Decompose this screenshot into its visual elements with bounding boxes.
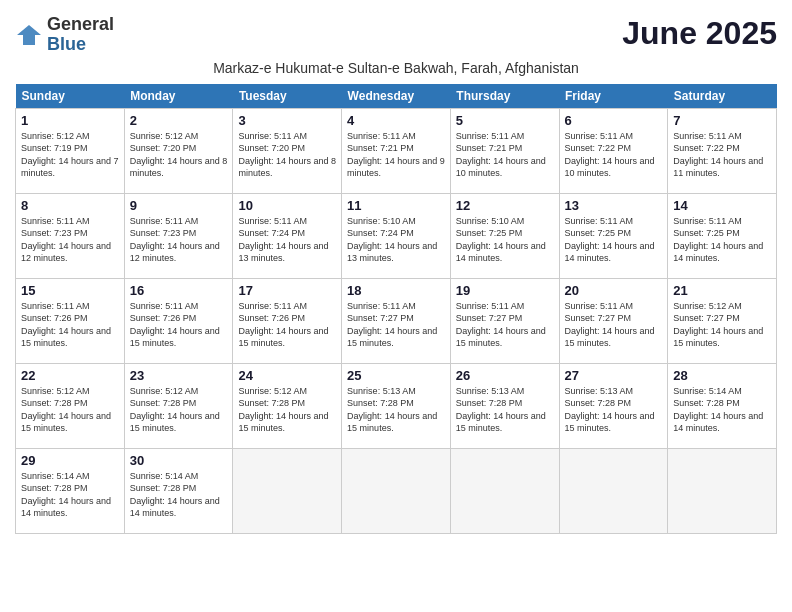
day-number: 19 xyxy=(456,283,554,298)
table-row: 20Sunrise: 5:11 AMSunset: 7:27 PMDayligh… xyxy=(559,278,668,363)
day-info: Sunrise: 5:11 AMSunset: 7:27 PMDaylight:… xyxy=(347,300,445,350)
day-info: Sunrise: 5:13 AMSunset: 7:28 PMDaylight:… xyxy=(456,385,554,435)
day-info: Sunrise: 5:11 AMSunset: 7:22 PMDaylight:… xyxy=(565,130,663,180)
table-row xyxy=(559,448,668,533)
day-info: Sunrise: 5:12 AMSunset: 7:19 PMDaylight:… xyxy=(21,130,119,180)
table-row: 2Sunrise: 5:12 AMSunset: 7:20 PMDaylight… xyxy=(124,108,233,193)
day-info: Sunrise: 5:11 AMSunset: 7:20 PMDaylight:… xyxy=(238,130,336,180)
day-info: Sunrise: 5:14 AMSunset: 7:28 PMDaylight:… xyxy=(673,385,771,435)
day-number: 15 xyxy=(21,283,119,298)
day-info: Sunrise: 5:14 AMSunset: 7:28 PMDaylight:… xyxy=(130,470,228,520)
table-row xyxy=(342,448,451,533)
svg-marker-1 xyxy=(17,25,41,45)
table-row: 22Sunrise: 5:12 AMSunset: 7:28 PMDayligh… xyxy=(16,363,125,448)
table-row: 27Sunrise: 5:13 AMSunset: 7:28 PMDayligh… xyxy=(559,363,668,448)
table-row: 29Sunrise: 5:14 AMSunset: 7:28 PMDayligh… xyxy=(16,448,125,533)
day-number: 5 xyxy=(456,113,554,128)
table-row: 23Sunrise: 5:12 AMSunset: 7:28 PMDayligh… xyxy=(124,363,233,448)
page-header: General Blue June 2025 xyxy=(15,15,777,55)
day-info: Sunrise: 5:11 AMSunset: 7:22 PMDaylight:… xyxy=(673,130,771,180)
day-number: 24 xyxy=(238,368,336,383)
table-row: 21Sunrise: 5:12 AMSunset: 7:27 PMDayligh… xyxy=(668,278,777,363)
day-number: 14 xyxy=(673,198,771,213)
header-thursday: Thursday xyxy=(450,84,559,109)
table-row xyxy=(450,448,559,533)
day-number: 28 xyxy=(673,368,771,383)
day-info: Sunrise: 5:10 AMSunset: 7:24 PMDaylight:… xyxy=(347,215,445,265)
day-info: Sunrise: 5:12 AMSunset: 7:28 PMDaylight:… xyxy=(21,385,119,435)
day-info: Sunrise: 5:11 AMSunset: 7:23 PMDaylight:… xyxy=(21,215,119,265)
header-sunday: Sunday xyxy=(16,84,125,109)
day-info: Sunrise: 5:11 AMSunset: 7:26 PMDaylight:… xyxy=(238,300,336,350)
week-row: 8Sunrise: 5:11 AMSunset: 7:23 PMDaylight… xyxy=(16,193,777,278)
table-row xyxy=(668,448,777,533)
day-number: 16 xyxy=(130,283,228,298)
day-number: 12 xyxy=(456,198,554,213)
table-row: 6Sunrise: 5:11 AMSunset: 7:22 PMDaylight… xyxy=(559,108,668,193)
day-number: 9 xyxy=(130,198,228,213)
day-info: Sunrise: 5:10 AMSunset: 7:25 PMDaylight:… xyxy=(456,215,554,265)
header-monday: Monday xyxy=(124,84,233,109)
table-row: 4Sunrise: 5:11 AMSunset: 7:21 PMDaylight… xyxy=(342,108,451,193)
header-saturday: Saturday xyxy=(668,84,777,109)
header-wednesday: Wednesday xyxy=(342,84,451,109)
day-number: 20 xyxy=(565,283,663,298)
day-number: 30 xyxy=(130,453,228,468)
day-number: 6 xyxy=(565,113,663,128)
day-info: Sunrise: 5:11 AMSunset: 7:23 PMDaylight:… xyxy=(130,215,228,265)
day-info: Sunrise: 5:13 AMSunset: 7:28 PMDaylight:… xyxy=(565,385,663,435)
day-number: 1 xyxy=(21,113,119,128)
table-row: 26Sunrise: 5:13 AMSunset: 7:28 PMDayligh… xyxy=(450,363,559,448)
table-row: 15Sunrise: 5:11 AMSunset: 7:26 PMDayligh… xyxy=(16,278,125,363)
day-info: Sunrise: 5:11 AMSunset: 7:27 PMDaylight:… xyxy=(565,300,663,350)
header-friday: Friday xyxy=(559,84,668,109)
table-row: 5Sunrise: 5:11 AMSunset: 7:21 PMDaylight… xyxy=(450,108,559,193)
table-row: 8Sunrise: 5:11 AMSunset: 7:23 PMDaylight… xyxy=(16,193,125,278)
table-row: 7Sunrise: 5:11 AMSunset: 7:22 PMDaylight… xyxy=(668,108,777,193)
week-row: 22Sunrise: 5:12 AMSunset: 7:28 PMDayligh… xyxy=(16,363,777,448)
day-info: Sunrise: 5:11 AMSunset: 7:25 PMDaylight:… xyxy=(565,215,663,265)
day-number: 22 xyxy=(21,368,119,383)
day-info: Sunrise: 5:12 AMSunset: 7:20 PMDaylight:… xyxy=(130,130,228,180)
day-number: 21 xyxy=(673,283,771,298)
weekday-header-row: Sunday Monday Tuesday Wednesday Thursday… xyxy=(16,84,777,109)
day-info: Sunrise: 5:11 AMSunset: 7:21 PMDaylight:… xyxy=(456,130,554,180)
table-row: 9Sunrise: 5:11 AMSunset: 7:23 PMDaylight… xyxy=(124,193,233,278)
day-number: 2 xyxy=(130,113,228,128)
table-row: 25Sunrise: 5:13 AMSunset: 7:28 PMDayligh… xyxy=(342,363,451,448)
table-row: 18Sunrise: 5:11 AMSunset: 7:27 PMDayligh… xyxy=(342,278,451,363)
day-info: Sunrise: 5:12 AMSunset: 7:28 PMDaylight:… xyxy=(238,385,336,435)
day-number: 27 xyxy=(565,368,663,383)
month-title: June 2025 xyxy=(622,15,777,52)
day-number: 10 xyxy=(238,198,336,213)
day-info: Sunrise: 5:12 AMSunset: 7:28 PMDaylight:… xyxy=(130,385,228,435)
logo-icon xyxy=(15,21,43,49)
table-row: 17Sunrise: 5:11 AMSunset: 7:26 PMDayligh… xyxy=(233,278,342,363)
day-info: Sunrise: 5:11 AMSunset: 7:27 PMDaylight:… xyxy=(456,300,554,350)
day-number: 29 xyxy=(21,453,119,468)
table-row: 10Sunrise: 5:11 AMSunset: 7:24 PMDayligh… xyxy=(233,193,342,278)
location-title: Markaz-e Hukumat-e Sultan-e Bakwah, Fara… xyxy=(15,60,777,76)
table-row: 14Sunrise: 5:11 AMSunset: 7:25 PMDayligh… xyxy=(668,193,777,278)
table-row: 28Sunrise: 5:14 AMSunset: 7:28 PMDayligh… xyxy=(668,363,777,448)
day-number: 3 xyxy=(238,113,336,128)
day-info: Sunrise: 5:11 AMSunset: 7:21 PMDaylight:… xyxy=(347,130,445,180)
table-row: 11Sunrise: 5:10 AMSunset: 7:24 PMDayligh… xyxy=(342,193,451,278)
week-row: 1Sunrise: 5:12 AMSunset: 7:19 PMDaylight… xyxy=(16,108,777,193)
table-row: 30Sunrise: 5:14 AMSunset: 7:28 PMDayligh… xyxy=(124,448,233,533)
day-number: 17 xyxy=(238,283,336,298)
day-info: Sunrise: 5:14 AMSunset: 7:28 PMDaylight:… xyxy=(21,470,119,520)
day-number: 7 xyxy=(673,113,771,128)
day-info: Sunrise: 5:13 AMSunset: 7:28 PMDaylight:… xyxy=(347,385,445,435)
day-number: 26 xyxy=(456,368,554,383)
day-info: Sunrise: 5:11 AMSunset: 7:26 PMDaylight:… xyxy=(21,300,119,350)
table-row: 3Sunrise: 5:11 AMSunset: 7:20 PMDaylight… xyxy=(233,108,342,193)
day-info: Sunrise: 5:12 AMSunset: 7:27 PMDaylight:… xyxy=(673,300,771,350)
table-row: 16Sunrise: 5:11 AMSunset: 7:26 PMDayligh… xyxy=(124,278,233,363)
day-number: 25 xyxy=(347,368,445,383)
day-info: Sunrise: 5:11 AMSunset: 7:24 PMDaylight:… xyxy=(238,215,336,265)
day-number: 23 xyxy=(130,368,228,383)
day-number: 8 xyxy=(21,198,119,213)
logo-text-general: General Blue xyxy=(47,15,114,55)
table-row xyxy=(233,448,342,533)
